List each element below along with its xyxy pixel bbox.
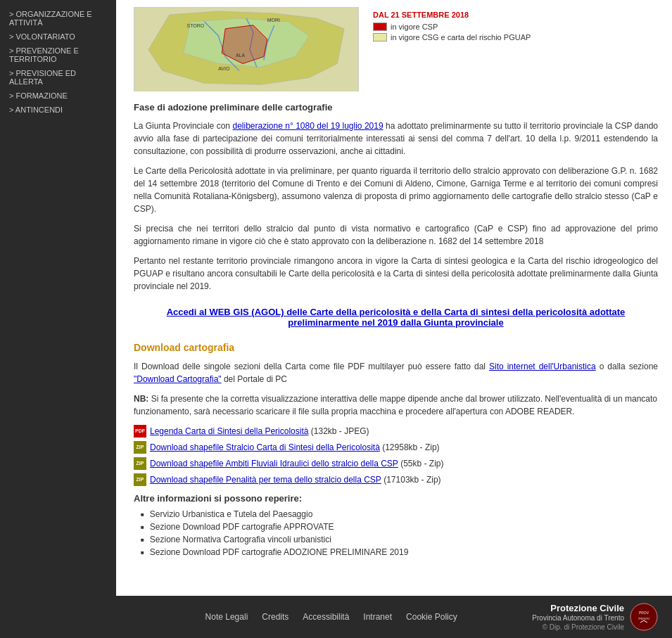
paragraph-1: La Giunta Provinciale con deliberazione … bbox=[134, 120, 658, 158]
webgis-link[interactable]: Accedi al WEB GIS (AGOL) delle Carte del… bbox=[167, 307, 626, 328]
zip-icon-1: ZIP bbox=[134, 441, 146, 454]
download-para: Il Download delle singole sezioni della … bbox=[134, 360, 658, 385]
download-size-2: (55kb - Zip) bbox=[400, 459, 443, 468]
footer-brand-sub: Provincia Autonoma di Trento bbox=[532, 614, 624, 622]
legend-item-csg: in vigore CSG e carta del rischio PGUAP bbox=[373, 33, 531, 42]
other-info-list: Servizio Urbanistica e Tutela del Paesag… bbox=[141, 509, 658, 557]
download-size-3: (17103kb - Zip) bbox=[383, 475, 440, 485]
footer-credits[interactable]: Credits bbox=[262, 612, 289, 622]
footer-brand-name: Protezione Civile bbox=[532, 603, 624, 615]
other-info-item-3: Sezione Download PDF cartografie ADOZION… bbox=[141, 547, 658, 557]
download-item-0: PDF Legenda Carta di Sintesi della Peric… bbox=[134, 425, 658, 438]
footer-cookie[interactable]: Cookie Policy bbox=[406, 612, 457, 622]
download-cart-link[interactable]: "Download Cartografia" bbox=[134, 374, 222, 384]
section-title: Fase di adozione preliminare delle carto… bbox=[134, 102, 658, 113]
other-info-label-3: Sezione Download PDF cartografie ADOZION… bbox=[150, 547, 409, 557]
other-info-label-1: Sezione Download PDF cartografie APPROVA… bbox=[150, 522, 334, 532]
paragraph-4: Pertanto nel restante territorio provinc… bbox=[134, 255, 658, 293]
paragraph-2: Le Carte della Pericolosità adottate in … bbox=[134, 165, 658, 215]
svg-text:TRENTO: TRENTO bbox=[638, 617, 649, 620]
sidebar-item-vol[interactable]: > VOLONTARIATO bbox=[4, 30, 113, 44]
sidebar-item-prev-allerta[interactable]: > PREVISIONE ED ALLERTA bbox=[4, 66, 113, 89]
sidebar: > ORGANIZZAZIONE E ATTIVITÀ > VOLONTARIA… bbox=[0, 0, 116, 623]
footer-accessibilita[interactable]: Accessibilità bbox=[303, 612, 349, 622]
legend-item-csp: in vigore CSP bbox=[373, 23, 531, 31]
download-size-1: (12958kb - Zip) bbox=[382, 442, 439, 452]
download-link-3[interactable]: Download shapefile Penalità per tema del… bbox=[150, 475, 381, 485]
footer-links: Note Legali Credits Accessibilità Intran… bbox=[130, 612, 532, 622]
footer-intranet[interactable]: Intranet bbox=[363, 612, 392, 622]
svg-text:AVIO: AVIO bbox=[218, 66, 230, 71]
other-info-item-2: Sezione Normativa Cartografia vincoli ur… bbox=[141, 535, 658, 544]
paragraph-3: Si precisa che nei territori dello stral… bbox=[134, 222, 658, 248]
legend-label-csp: in vigore CSP bbox=[391, 23, 438, 31]
other-info-title: Altre informazioni si possono reperire: bbox=[134, 493, 658, 504]
legend-color-csp bbox=[373, 23, 387, 31]
footer-logo: PROV TRENTO bbox=[630, 603, 658, 623]
svg-text:MORI: MORI bbox=[267, 18, 280, 23]
other-info-item-1: Sezione Download PDF cartografie APPROVA… bbox=[141, 522, 658, 532]
zip-icon-2: ZIP bbox=[134, 457, 146, 470]
svg-text:ALA: ALA bbox=[236, 53, 245, 58]
map-image: STORO MORI ALA AVIO bbox=[134, 7, 359, 91]
other-info-label-0: Servizio Urbanistica e Tutela del Paesag… bbox=[150, 509, 312, 519]
nb-text: NB: Si fa presente che la corretta visua… bbox=[134, 393, 658, 418]
legend-box: DAL 21 SETTEMBRE 2018 in vigore CSP in v… bbox=[369, 7, 534, 47]
other-info-label-2: Sezione Normativa Cartografia vincoli ur… bbox=[150, 535, 331, 544]
download-size-0: (132kb - JPEG) bbox=[311, 426, 369, 436]
pdf-icon-0: PDF bbox=[134, 425, 146, 438]
zip-icon-3: ZIP bbox=[134, 473, 146, 486]
download-link-1[interactable]: Download shapefile Stralcio Carta di Sin… bbox=[150, 442, 380, 452]
download-item-2: ZIP Download shapefile Ambiti Fluviali I… bbox=[134, 457, 658, 470]
footer: Note Legali Credits Accessibilità Intran… bbox=[0, 596, 672, 623]
sidebar-item-form[interactable]: > FORMAZIONE bbox=[4, 89, 113, 103]
sidebar-item-anti[interactable]: > ANTINCENDI bbox=[4, 103, 113, 117]
sidebar-item-prev[interactable]: > PREVENZIONE E TERRITORIO bbox=[4, 44, 113, 66]
download-link-2[interactable]: Download shapefile Ambiti Fluviali Idrau… bbox=[150, 459, 398, 468]
footer-note-legali[interactable]: Note Legali bbox=[205, 612, 248, 622]
svg-text:STORO: STORO bbox=[187, 23, 205, 28]
download-item-3: ZIP Download shapefile Penalità per tema… bbox=[134, 473, 658, 486]
center-link-block: Accedi al WEB GIS (AGOL) delle Carte del… bbox=[134, 307, 658, 328]
main-content: STORO MORI ALA AVIO DAL 21 SETTEMBRE 201… bbox=[120, 0, 672, 574]
delib-link[interactable]: deliberazione n° 1080 del 19 luglio 2019 bbox=[232, 121, 383, 131]
download-list: PDF Legenda Carta di Sintesi della Peric… bbox=[134, 425, 658, 486]
other-info-item-0: Servizio Urbanistica e Tutela del Paesag… bbox=[141, 509, 658, 519]
footer-brand: Protezione Civile Provincia Autonoma di … bbox=[532, 603, 658, 623]
legend-label-csg: in vigore CSG e carta del rischio PGUAP bbox=[391, 33, 531, 42]
sidebar-item-org[interactable]: > ORGANIZZAZIONE E ATTIVITÀ bbox=[4, 7, 113, 30]
download-item-1: ZIP Download shapefile Stralcio Carta di… bbox=[134, 441, 658, 454]
svg-text:PROV: PROV bbox=[639, 611, 649, 615]
legend-title: DAL 21 SETTEMBRE 2018 bbox=[373, 11, 531, 19]
urbanistica-link[interactable]: Sito internet dell'Urbanistica bbox=[489, 362, 596, 371]
legend-color-csg bbox=[373, 33, 387, 42]
download-title: Download cartografia bbox=[134, 342, 658, 353]
map-section: STORO MORI ALA AVIO DAL 21 SETTEMBRE 201… bbox=[134, 7, 658, 91]
download-link-0[interactable]: Legenda Carta di Sintesi della Pericolos… bbox=[150, 426, 308, 436]
